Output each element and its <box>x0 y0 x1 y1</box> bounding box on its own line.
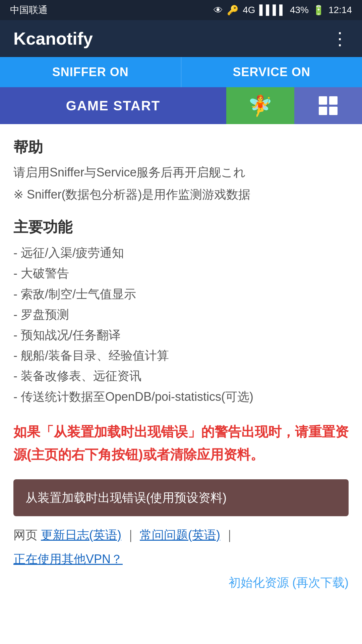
game-start-label: GAME START <box>66 98 160 113</box>
feature-item-2: - 大破警告 <box>13 263 349 283</box>
feature-item-4: - 罗盘预测 <box>13 304 349 325</box>
features-section: 主要功能 - 远征/入渠/疲劳通知 - 大破警告 - 索敌/制空/士气值显示 -… <box>13 217 349 407</box>
second-buttons-row: GAME START 🧚 <box>0 87 362 124</box>
status-icons: 👁 🔑 4G ▌▌▌▌ 43% 🔋 12:14 <box>214 5 352 16</box>
toast-overlay: 从装置加载时出现错误(使用预设资料) <box>13 479 349 516</box>
service-button[interactable]: SERVICE ON <box>181 57 362 87</box>
separator-2: ｜ <box>224 528 235 542</box>
help-section: 帮助 请启用Sniffer与Service服务后再开启舰これ ※ Sniffer… <box>13 138 349 204</box>
battery-text: 43% <box>290 5 309 15</box>
help-title: 帮助 <box>13 138 349 157</box>
game-start-button[interactable]: GAME START <box>0 87 226 124</box>
feature-item-5: - 预知战况/任务翻译 <box>13 325 349 345</box>
feature-item-6: - 舰船/装备目录、经验值计算 <box>13 345 349 366</box>
app-bar: Kcanotify ⋮ <box>0 20 362 57</box>
vpn-link[interactable]: 正在使用其他VPN？ <box>13 552 123 566</box>
grid-view-button[interactable] <box>294 87 362 124</box>
separator-1: ｜ <box>125 528 136 542</box>
signal-text: 4G <box>243 5 255 15</box>
feature-item-8: - 传送统计数据至OpenDB/poi-statistics(可选) <box>13 386 349 407</box>
init-resources-link[interactable]: 初始化资源 (再次下载) <box>13 575 349 591</box>
carrier-text: 中国联通 <box>10 4 48 16</box>
links-prefix: 网页 <box>13 528 38 542</box>
toast-text: 从装置加载时出现错误(使用预设资料) <box>25 489 337 507</box>
feature-item-7: - 装备改修表、远征资讯 <box>13 366 349 386</box>
overflow-menu-icon[interactable]: ⋮ <box>331 29 349 49</box>
help-line1: 请启用Sniffer与Service服务后再开启舰これ <box>13 163 349 182</box>
eye-icon: 👁 <box>214 5 223 16</box>
signal-bars-icon: ▌▌▌▌ <box>259 5 286 15</box>
help-line2: ※ Sniffer(数据包分析器)是用作监测游戏数据 <box>13 185 349 204</box>
character-icon: 🧚 <box>248 94 273 118</box>
service-label: SERVICE ON <box>233 65 310 79</box>
key-icon: 🔑 <box>227 5 239 16</box>
top-buttons-row: SNIFFER ON SERVICE ON <box>0 57 362 87</box>
character-button[interactable]: 🧚 <box>226 87 294 124</box>
time-text: 12:14 <box>328 5 352 15</box>
content-area: 帮助 请启用Sniffer与Service服务后再开启舰これ ※ Sniffer… <box>0 124 362 611</box>
feature-item-1: - 远征/入渠/疲劳通知 <box>13 243 349 263</box>
faq-link[interactable]: 常问问题(英语) <box>140 528 220 542</box>
grid-icon <box>319 96 338 115</box>
links-section: 网页 更新日志(英语) ｜ 常问问题(英语) ｜ 正在使用其他VPN？ <box>13 523 349 571</box>
changelog-link[interactable]: 更新日志(英语) <box>41 528 121 542</box>
features-title: 主要功能 <box>13 217 349 237</box>
status-bar: 中国联通 👁 🔑 4G ▌▌▌▌ 43% 🔋 12:14 <box>0 0 362 20</box>
feature-item-3: - 索敌/制空/士气值显示 <box>13 284 349 304</box>
battery-icon: 🔋 <box>313 5 324 16</box>
sniffer-label: SNIFFER ON <box>52 65 129 79</box>
warning-text: 如果「从装置加载时出现错误」的警告出现时，请重置资源(主页的右下角按钮)或者清除… <box>13 420 349 466</box>
sniffer-button[interactable]: SNIFFER ON <box>0 57 181 87</box>
app-title: Kcanotify <box>13 29 93 49</box>
